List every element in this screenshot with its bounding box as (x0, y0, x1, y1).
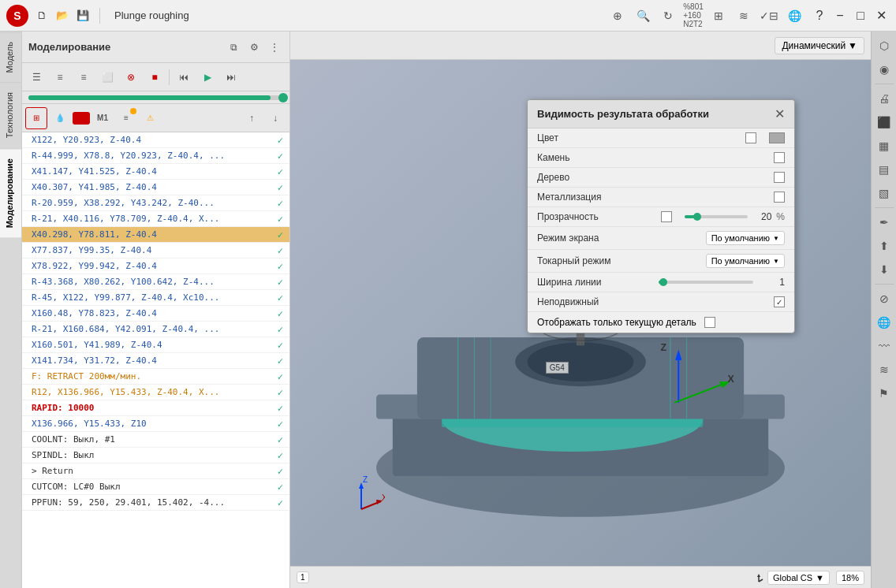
zoom-level[interactable]: 18% (836, 571, 864, 585)
tool-zoom-icon[interactable]: 🔍 (631, 4, 655, 28)
tool-check-icon[interactable]: ✓⊟ (757, 4, 781, 28)
code-list[interactable]: X122, Y20.923, Z-40.4✓R-44.999, X78.8, Y… (22, 132, 289, 588)
align-center-icon[interactable]: ≡ (49, 66, 71, 88)
code-list-item[interactable]: X40.307, Y41.985, Z-40.4✓ (22, 180, 289, 195)
rs-earth-icon[interactable]: 🌐 (873, 311, 895, 333)
vis-checkbox-fixed[interactable] (774, 296, 785, 307)
vis-color-swatch[interactable] (769, 132, 785, 143)
rs-flag-icon[interactable]: ⚑ (873, 382, 895, 404)
tool-code-icon[interactable]: %801+160N2T2 (681, 4, 705, 28)
select-icon[interactable]: ⬜ (96, 66, 118, 88)
code-list-item[interactable]: X141.734, Y31.72, Z-40.4✓ (22, 353, 289, 369)
open-file-icon[interactable]: 📂 (54, 7, 71, 24)
rs-pen-icon[interactable]: ✒ (873, 211, 895, 233)
rs-water-icon[interactable]: ≋ (873, 359, 895, 381)
close-icon[interactable]: ✕ (872, 7, 890, 24)
more-icon[interactable]: ⋮ (266, 39, 283, 56)
code-check-icon: ✓ (278, 324, 283, 335)
red-square-icon[interactable] (73, 112, 90, 125)
code-list-item[interactable]: X77.837, Y99.35, Z-40.4✓ (22, 243, 289, 259)
code-list-item[interactable]: R-43.368, X80.262, Y100.642, Z-4...✓ (22, 274, 289, 290)
rs-layer3-icon[interactable]: ▤ (873, 158, 895, 180)
red-grid-icon[interactable]: ⊞ (25, 107, 47, 129)
code-list-item[interactable]: COOLNT: Выкл, #1✓ (22, 432, 289, 448)
tab-technology[interactable]: Технология (0, 82, 21, 147)
code-list-item[interactable]: R12, X136.966, Y15.433, Z-40.4, X...✓ (22, 385, 289, 400)
align-left-icon[interactable]: ☰ (25, 66, 47, 88)
red-drop-icon[interactable]: 💧 (49, 107, 71, 129)
page-indicator[interactable]: 1 (297, 571, 309, 583)
settings-icon[interactable]: ⚙ (245, 39, 263, 56)
rs-cube-view-icon[interactable]: ⬡ (873, 35, 895, 57)
vis-checkbox-color[interactable] (745, 132, 756, 143)
rs-folder-down-icon[interactable]: ⬇ (873, 259, 895, 281)
progress-thumb (278, 93, 288, 102)
skip-back-icon[interactable]: ⏮ (173, 66, 195, 88)
vis-select-screen-mode[interactable]: По умолчанию ▼ (706, 231, 785, 245)
tool-rotate-icon[interactable]: ↻ (656, 4, 680, 28)
minimize-icon[interactable]: − (831, 7, 849, 24)
code-check-icon: ✓ (278, 387, 283, 398)
code-list-item[interactable]: R-45, X122, Y99.877, Z-40.4, Xc10...✓ (22, 290, 289, 306)
code-list-item[interactable]: R-21, X160.684, Y42.091, Z-40.4, ...✓ (22, 322, 289, 337)
code-list-item[interactable]: PPFUN: 59, 250, 29.401, 15.402, -4...✓ (22, 495, 289, 511)
tab-model[interactable]: Модель (0, 32, 21, 82)
code-list-item[interactable]: X41.147, Y41.525, Z-40.4✓ (22, 164, 289, 180)
code-list-item[interactable]: CUTCOM: LC#0 Выкл✓ (22, 479, 289, 495)
red-box-icon[interactable]: ■ (144, 66, 166, 88)
m1-badge-icon[interactable]: M1 (91, 107, 114, 129)
tool-grid-icon[interactable]: ⊞ (707, 4, 730, 28)
code-list-item[interactable]: X122, Y20.923, Z-40.4✓ (22, 132, 289, 148)
rs-sphere-icon[interactable]: ◉ (873, 58, 895, 80)
move-down-icon[interactable]: ↓ (264, 107, 286, 129)
maximize-icon[interactable]: □ (852, 7, 869, 24)
code-list-item[interactable]: RAPID: 10000✓ (22, 400, 289, 416)
skip-forward-icon[interactable]: ⏭ (220, 66, 242, 88)
code-list-item[interactable]: F: RETRACT 200мм/мин.✓ (22, 369, 289, 385)
viewport-3d[interactable]: Z X G54 Z X Видимость ре (290, 60, 871, 566)
stop-icon[interactable]: ⊗ (120, 66, 142, 88)
list-badge-icon[interactable]: ≡ (115, 107, 137, 129)
vis-checkbox-stone[interactable] (774, 152, 785, 163)
copy-icon[interactable]: ⧉ (225, 39, 242, 56)
vis-slider-line-width[interactable] (659, 281, 753, 284)
warning-badge-icon[interactable]: ⚠ (139, 107, 161, 129)
vis-select-lathe-mode[interactable]: По умолчанию ▼ (706, 254, 785, 268)
save-file-icon[interactable]: 💾 (74, 7, 91, 24)
code-list-item[interactable]: R-44.999, X78.8, Y20.923, Z-40.4, ...✓ (22, 148, 289, 164)
tool-chart-icon[interactable]: ≋ (732, 4, 756, 28)
dynamic-button[interactable]: Динамический ▼ (775, 37, 864, 54)
vis-checkbox-wood[interactable] (774, 172, 785, 183)
rs-wave-icon[interactable]: 〰 (873, 335, 895, 357)
vis-checkbox-current-part[interactable] (704, 317, 715, 328)
tab-modeling[interactable]: Моделирование (0, 148, 21, 237)
vis-panel-close-button[interactable]: ✕ (775, 106, 785, 121)
rs-hatching-icon[interactable]: ⊘ (873, 288, 895, 310)
tool-cursor-icon[interactable]: ⊕ (606, 4, 629, 28)
code-list-item[interactable]: > Return✓ (22, 463, 289, 479)
vis-slider-transparency[interactable] (685, 215, 748, 218)
move-up-icon[interactable]: ↑ (241, 107, 263, 129)
progress-track[interactable] (28, 95, 283, 100)
vis-checkbox-transparency[interactable] (661, 211, 672, 222)
cs-select[interactable]: Global CS ▼ (767, 571, 830, 585)
rs-layer1-icon[interactable]: ⬛ (873, 111, 895, 133)
play-icon[interactable]: ▶ (196, 66, 218, 88)
align-right-icon[interactable]: ≡ (73, 66, 95, 88)
new-file-icon[interactable]: 🗋 (33, 7, 50, 24)
code-list-item[interactable]: X160.48, Y78.823, Z-40.4✓ (22, 306, 289, 322)
code-list-item[interactable]: X136.966, Y15.433, Z10✓ (22, 416, 289, 432)
rs-layer2-icon[interactable]: ▦ (873, 135, 895, 157)
vis-checkbox-metal[interactable] (774, 192, 785, 203)
tool-globe-icon[interactable]: 🌐 (782, 4, 806, 28)
rs-render-icon[interactable]: 🖨 (873, 87, 895, 110)
rs-layer4-icon[interactable]: ▧ (873, 182, 895, 204)
code-list-item[interactable]: X160.501, Y41.989, Z-40.4✓ (22, 337, 289, 353)
code-list-item[interactable]: R-21, X40.116, Y78.709, Z-40.4, X...✓ (22, 211, 289, 227)
code-list-item[interactable]: R-20.959, X38.292, Y43.242, Z-40...✓ (22, 195, 289, 211)
code-list-item[interactable]: X78.922, Y99.942, Z-40.4✓ (22, 259, 289, 274)
code-list-item[interactable]: SPINDL: Выкл✓ (22, 448, 289, 463)
help-icon[interactable]: ? (811, 7, 828, 24)
code-list-item[interactable]: X40.298, Y78.811, Z-40.4✓ (22, 227, 289, 243)
rs-folder-up-icon[interactable]: ⬆ (873, 235, 895, 257)
